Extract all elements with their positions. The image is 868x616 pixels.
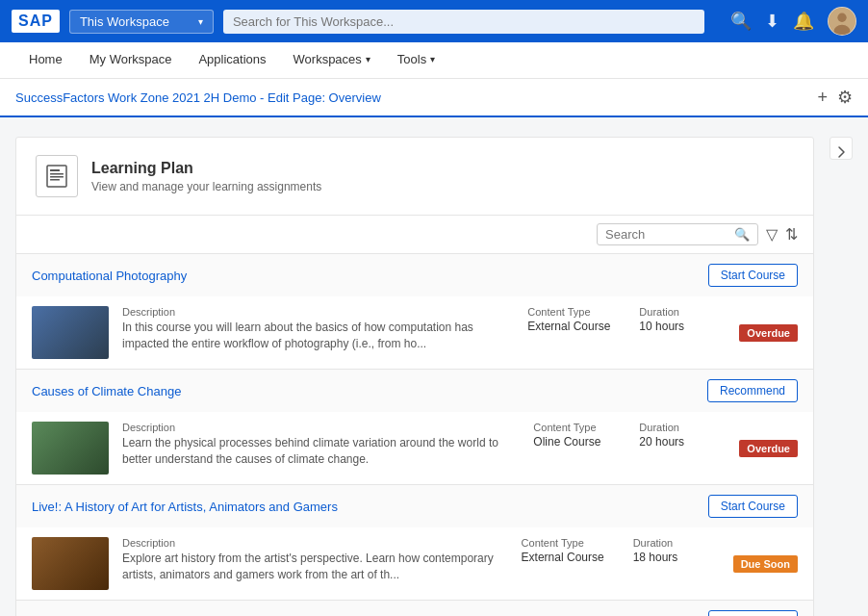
svg-rect-6 [50, 176, 64, 178]
sap-logo: SAP [12, 10, 60, 33]
status-badge-3: Due Soon [733, 555, 798, 573]
course-info-3: Description Explore art history from the… [122, 537, 498, 583]
add-icon[interactable]: + [817, 88, 828, 108]
course-title-3[interactable]: Live!: A History of Art for Artists, Ani… [32, 500, 338, 514]
duration-col-1: Duration 10 hours [639, 306, 716, 333]
course-body-2: Description Learn the physical processes… [16, 412, 813, 484]
workspace-selector[interactable]: This Workspace ▾ [69, 10, 214, 34]
filter-icon[interactable]: ▽ [766, 225, 778, 244]
secondary-nav: Home My Workspace Applications Workspace… [0, 42, 868, 79]
course-thumb-2 [32, 422, 109, 475]
svg-rect-7 [50, 179, 60, 181]
course-description-3: Explore art history from the artist's pe… [122, 551, 498, 583]
breadcrumb-icons: + ⚙ [817, 87, 853, 108]
start-course-button-4[interactable]: Start Course [708, 610, 798, 616]
content-type-col-3: Content Type External Course [522, 537, 604, 564]
course-section-3: Live!: A History of Art for Artists, Ani… [16, 485, 813, 601]
nav-home[interactable]: Home [15, 42, 76, 79]
description-label-2: Description [122, 422, 510, 433]
course-section-4: "Pay Attention!!" ADHD Through the Lifes… [16, 601, 813, 616]
svg-rect-4 [50, 169, 60, 171]
course-thumb-3 [32, 537, 109, 590]
download-icon[interactable]: ⬇ [765, 11, 779, 32]
learning-plan-header: Learning Plan View and manage your learn… [16, 138, 813, 216]
top-bar: SAP This Workspace ▾ 🔍 ⬇ 🔔 [0, 0, 868, 42]
course-search-wrap[interactable]: 🔍 [597, 223, 758, 245]
course-header-1: Computational Photography Start Course [16, 254, 813, 296]
start-course-button-3[interactable]: Start Course [708, 495, 798, 518]
breadcrumb: SuccessFactors Work Zone 2021 2H Demo - … [0, 79, 868, 117]
workspace-selector-label: This Workspace [80, 14, 169, 29]
breadcrumb-text[interactable]: SuccessFactors Work Zone 2021 2H Demo - … [15, 90, 381, 105]
global-search-input[interactable] [223, 10, 704, 34]
course-info-1: Description In this course you will lear… [122, 306, 504, 352]
nav-my-workspace[interactable]: My Workspace [76, 42, 186, 79]
settings-icon[interactable]: ⚙ [837, 87, 853, 108]
workspaces-chevron-icon: ▾ [366, 54, 370, 64]
duration-col-3: Duration 18 hours [633, 537, 710, 564]
description-label-3: Description [122, 537, 498, 549]
learning-plan-subtitle: View and manage your learning assignment… [91, 180, 321, 193]
start-course-button-1[interactable]: Start Course [708, 264, 798, 287]
course-header-4: "Pay Attention!!" ADHD Through the Lifes… [16, 601, 813, 616]
course-thumb-1 [32, 306, 109, 359]
course-description-1: In this course you will learn about the … [122, 320, 504, 352]
course-action-4: Start Course [708, 610, 798, 616]
course-body-3: Description Explore art history from the… [16, 527, 813, 600]
status-badge-1: Overdue [739, 324, 798, 342]
nav-tools[interactable]: Tools ▾ [384, 42, 448, 79]
course-section-2: Causes of Climate Change Recommend Descr… [16, 370, 813, 485]
duration-col-2: Duration 20 hours [639, 422, 716, 449]
sort-icon[interactable]: ⇅ [785, 225, 798, 244]
course-title-1[interactable]: Computational Photography [32, 269, 187, 283]
status-badge-2: Overdue [739, 440, 798, 457]
course-section-1: Computational Photography Start Course D… [16, 254, 813, 370]
recommend-button-2[interactable]: Recommend [707, 379, 798, 402]
search-icon[interactable]: 🔍 [730, 11, 752, 32]
description-label-1: Description [122, 306, 504, 318]
page-content: Learning Plan View and manage your learn… [0, 117, 868, 616]
nav-applications[interactable]: Applications [185, 42, 279, 79]
course-action-1: Start Course [708, 264, 798, 287]
learning-plan-title: Learning Plan [91, 160, 321, 177]
course-meta-3: Content Type External Course Duration 18… [522, 537, 710, 564]
course-action-3: Start Course [708, 495, 798, 518]
course-header-2: Causes of Climate Change Recommend [16, 370, 813, 412]
main-panel: Learning Plan View and manage your learn… [15, 137, 814, 616]
content-type-col-1: Content Type External Course [527, 306, 610, 333]
course-body-1: Description In this course you will lear… [16, 296, 813, 369]
chevron-down-icon: ▾ [198, 16, 203, 27]
course-title-2[interactable]: Causes of Climate Change [32, 384, 181, 398]
side-panel-toggle[interactable] [830, 137, 853, 160]
course-meta-1: Content Type External Course Duration 10… [527, 306, 716, 333]
course-search-input[interactable] [605, 227, 730, 242]
course-header-3: Live!: A History of Art for Artists, Ani… [16, 485, 813, 527]
top-icons: 🔍 ⬇ 🔔 [730, 7, 856, 36]
tools-chevron-icon: ▾ [430, 54, 435, 64]
svg-rect-5 [50, 173, 64, 175]
content-type-col-2: Content Type Oline Course [533, 422, 610, 449]
avatar[interactable] [828, 7, 856, 36]
notification-icon[interactable]: 🔔 [793, 11, 814, 32]
course-action-2: Recommend [707, 379, 798, 402]
learning-plan-icon [36, 155, 78, 197]
svg-point-1 [837, 13, 846, 22]
course-info-2: Description Learn the physical processes… [122, 422, 510, 468]
nav-workspaces[interactable]: Workspaces ▾ [280, 42, 384, 79]
course-meta-2: Content Type Oline Course Duration 20 ho… [533, 422, 716, 449]
toolbar: 🔍 ▽ ⇅ [16, 216, 813, 254]
course-description-2: Learn the physical processes behind clim… [122, 435, 510, 468]
search-icon: 🔍 [734, 227, 750, 242]
